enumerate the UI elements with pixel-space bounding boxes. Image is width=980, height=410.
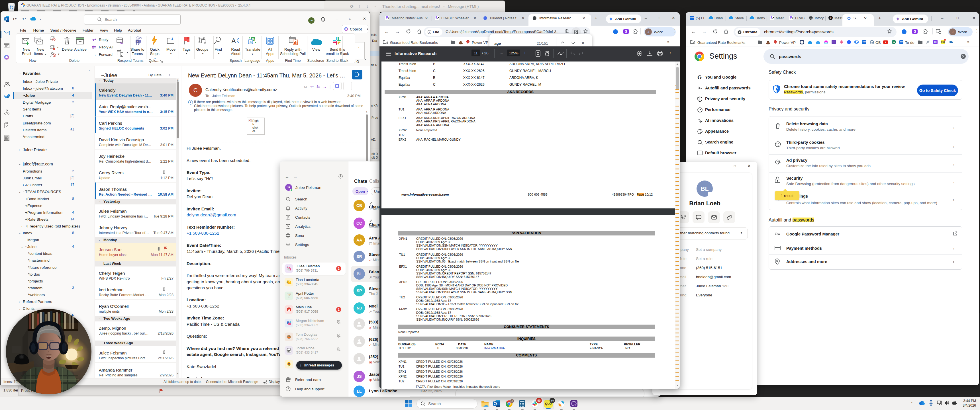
svg-text:a: a [250,40,251,44]
svg-text:T: T [137,40,138,43]
svg-text:A: A [231,37,236,44]
